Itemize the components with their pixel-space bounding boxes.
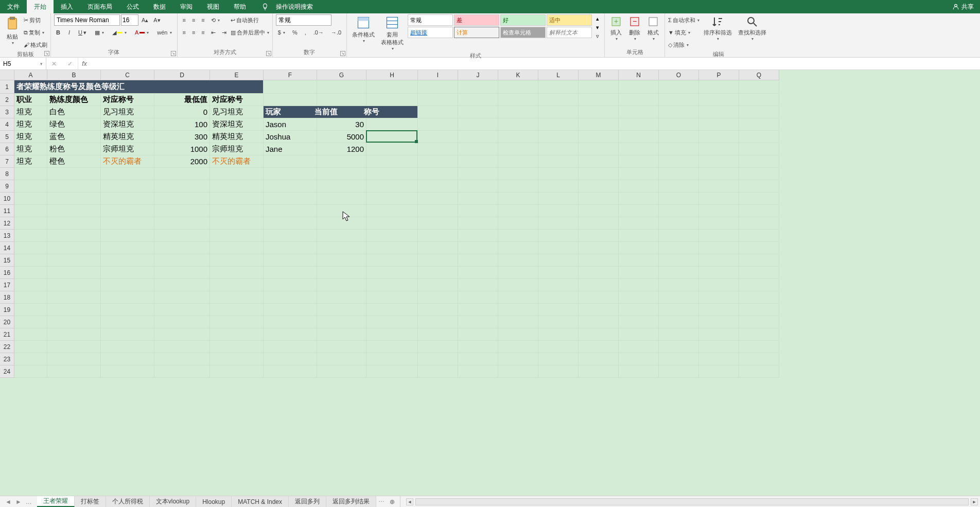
cell[interactable] (210, 242, 264, 254)
cell[interactable] (458, 205, 498, 217)
cell[interactable] (317, 353, 366, 365)
row-header-23[interactable]: 23 (0, 353, 14, 365)
cell[interactable] (498, 217, 538, 230)
cell[interactable]: 坦克 (14, 131, 47, 143)
col-header-E[interactable]: E (210, 70, 264, 80)
cell[interactable] (14, 316, 47, 328)
cell[interactable] (101, 341, 154, 353)
cell[interactable] (317, 217, 366, 230)
align-top-button[interactable]: ≡ (181, 16, 188, 24)
cell[interactable] (579, 365, 619, 378)
cell[interactable] (264, 316, 317, 328)
cell[interactable]: Jason (264, 118, 317, 131)
row-header-4[interactable]: 4 (0, 118, 14, 131)
cell[interactable]: 白色 (47, 106, 101, 118)
cell[interactable] (154, 242, 210, 254)
cell[interactable] (14, 353, 47, 365)
cell[interactable] (579, 230, 619, 242)
fx-icon[interactable]: fx (78, 58, 91, 69)
cell[interactable] (264, 341, 317, 353)
cell[interactable]: 见习坦克 (101, 106, 154, 118)
menu-tab-数据[interactable]: 数据 (146, 0, 173, 13)
cell[interactable] (659, 316, 699, 328)
col-header-P[interactable]: P (699, 70, 739, 80)
cell[interactable] (739, 254, 779, 267)
cell[interactable] (498, 267, 538, 279)
cell[interactable] (264, 353, 317, 365)
menu-tab-公式[interactable]: 公式 (119, 0, 146, 13)
cell[interactable] (739, 328, 779, 341)
col-header-G[interactable]: G (317, 70, 366, 80)
cell[interactable] (538, 279, 579, 291)
cell[interactable]: 玩家当前值称号 (264, 106, 418, 118)
cell[interactable] (579, 168, 619, 180)
underline-button[interactable]: U▾ (76, 28, 89, 37)
cell[interactable] (739, 365, 779, 378)
align-middle-button[interactable]: ≡ (190, 16, 197, 24)
cell[interactable] (619, 279, 659, 291)
cell[interactable] (699, 106, 739, 118)
cell[interactable] (47, 365, 101, 378)
cell[interactable] (154, 304, 210, 316)
cell[interactable] (699, 217, 739, 230)
cell[interactable] (101, 168, 154, 180)
cell[interactable] (538, 131, 579, 143)
delete-cells-button[interactable]: −删除 (626, 14, 643, 42)
cell[interactable] (498, 291, 538, 304)
cell[interactable] (498, 131, 538, 143)
cell[interactable] (210, 328, 264, 341)
dialog-launcher-icon[interactable]: ↘ (340, 51, 345, 56)
cell[interactable] (458, 291, 498, 304)
cell[interactable] (47, 205, 101, 217)
fill-color-button[interactable]: ◢ (110, 28, 129, 37)
cell[interactable] (619, 131, 659, 143)
cell[interactable] (418, 143, 458, 155)
col-header-D[interactable]: D (154, 70, 210, 80)
cell[interactable] (317, 230, 366, 242)
menu-tab-文件[interactable]: 文件 (0, 0, 27, 13)
cell[interactable] (418, 341, 458, 353)
name-box[interactable]: H5▾ (0, 58, 46, 69)
cell[interactable] (579, 118, 619, 131)
cell[interactable] (14, 254, 47, 267)
row-header-12[interactable]: 12 (0, 217, 14, 230)
cell[interactable] (418, 291, 458, 304)
cell[interactable] (619, 106, 659, 118)
cell[interactable] (366, 341, 418, 353)
cell[interactable] (154, 254, 210, 267)
cell[interactable]: 不灭的霸者 (210, 155, 264, 168)
col-header-I[interactable]: I (418, 70, 458, 80)
cell[interactable] (154, 267, 210, 279)
cell[interactable] (418, 217, 458, 230)
cell[interactable] (739, 80, 779, 94)
cell[interactable] (579, 304, 619, 316)
paste-button[interactable]: 粘贴 (3, 14, 22, 46)
dialog-launcher-icon[interactable]: ↘ (266, 51, 271, 56)
cell[interactable] (264, 80, 317, 94)
italic-button[interactable]: I (66, 28, 72, 37)
cell[interactable] (101, 279, 154, 291)
cell[interactable] (418, 180, 458, 193)
conditional-formatting-button[interactable]: 条件格式 (350, 14, 377, 44)
cell[interactable] (101, 217, 154, 230)
cell[interactable] (538, 267, 579, 279)
cell[interactable] (458, 279, 498, 291)
cell[interactable] (14, 205, 47, 217)
cell[interactable] (101, 180, 154, 193)
align-right-button[interactable]: ≡ (199, 28, 206, 37)
find-select-button[interactable]: 查找和选择 (736, 14, 768, 42)
cell[interactable]: 宗师坦克 (210, 143, 264, 155)
cell[interactable] (458, 254, 498, 267)
cell[interactable] (579, 291, 619, 304)
cell[interactable] (418, 304, 458, 316)
cell[interactable]: 最低值 (154, 94, 210, 106)
cell[interactable] (14, 304, 47, 316)
cell[interactable] (366, 155, 418, 168)
style-neutral[interactable]: 适中 (547, 14, 592, 26)
cell[interactable] (418, 168, 458, 180)
cell[interactable] (418, 254, 458, 267)
cell[interactable] (538, 365, 579, 378)
cell[interactable] (538, 291, 579, 304)
bold-button[interactable]: B (54, 28, 62, 37)
row-header-18[interactable]: 18 (0, 291, 14, 304)
